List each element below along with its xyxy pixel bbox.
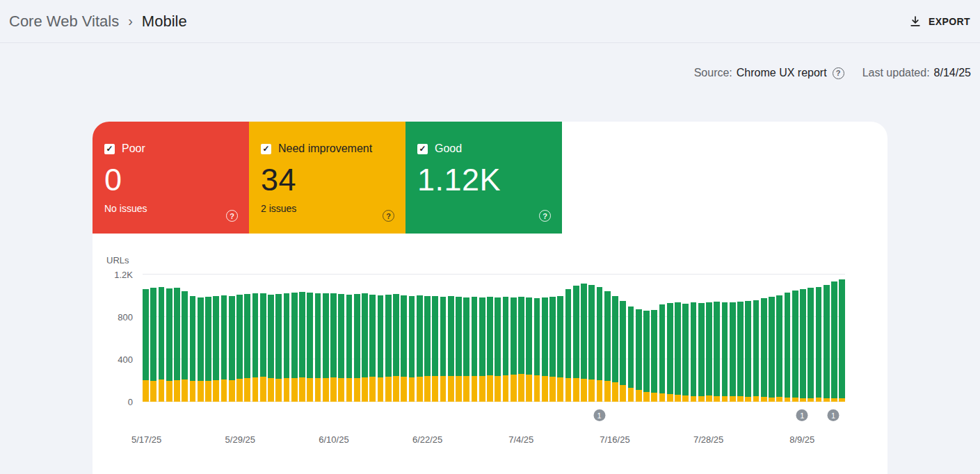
bar-7/21/25[interactable] — [651, 275, 657, 402]
bar-7/31/25[interactable] — [730, 275, 736, 402]
bar-8/11/25[interactable] — [816, 275, 822, 402]
bar-7/5/25[interactable] — [526, 275, 532, 402]
bar-7/1/25[interactable] — [495, 275, 501, 402]
bar-7/22/25[interactable] — [659, 275, 666, 402]
bar-7/26/25[interactable] — [691, 275, 697, 402]
bar-6/29/25[interactable] — [479, 275, 485, 402]
bar-7/18/25[interactable] — [628, 275, 634, 402]
bar-7/9/25[interactable] — [557, 275, 563, 402]
bar-5/22/25[interactable] — [182, 275, 188, 402]
bar-6/10/25[interactable] — [330, 275, 337, 402]
bar-6/19/25[interactable] — [401, 275, 407, 402]
bar-7/3/25[interactable] — [511, 275, 517, 402]
bar-7/4/25[interactable] — [518, 275, 524, 402]
bar-5/23/25[interactable] — [190, 275, 196, 402]
bar-7/2/25[interactable] — [503, 275, 509, 402]
bar-7/20/25[interactable] — [643, 275, 650, 402]
bar-5/17/25[interactable] — [143, 275, 149, 402]
need-improvement-help-icon[interactable]: ? — [383, 210, 394, 222]
bar-5/19/25[interactable] — [159, 275, 165, 402]
bar-5/30/25[interactable] — [244, 275, 250, 402]
bar-7/24/25[interactable] — [675, 275, 681, 402]
bar-6/3/25[interactable] — [275, 275, 282, 402]
bar-8/7/25[interactable] — [785, 275, 791, 402]
bar-8/9/25[interactable] — [800, 275, 806, 402]
bar-7/29/25[interactable] — [714, 275, 720, 402]
bar-6/25/25[interactable] — [448, 275, 454, 402]
bar-6/18/25[interactable] — [393, 275, 399, 402]
breadcrumb-core-web-vitals[interactable]: Core Web Vitals — [9, 13, 119, 31]
bar-6/26/25[interactable] — [456, 275, 462, 402]
bar-6/24/25[interactable] — [440, 275, 447, 402]
bar-7/7/25[interactable] — [542, 275, 548, 402]
bar-6/27/25[interactable] — [463, 275, 469, 402]
bar-6/23/25[interactable] — [432, 275, 438, 402]
bar-6/8/25[interactable] — [315, 275, 321, 402]
bar-6/13/25[interactable] — [354, 275, 360, 402]
need-improvement-checkbox[interactable]: ✓ — [261, 144, 271, 154]
bar-8/8/25[interactable] — [792, 275, 798, 402]
bar-8/3/25[interactable] — [753, 275, 760, 402]
bar-8/2/25[interactable] — [745, 275, 751, 402]
poor-help-icon[interactable]: ? — [226, 210, 238, 222]
bar-7/16/25[interactable] — [612, 275, 618, 402]
bar-7/23/25[interactable] — [667, 275, 673, 402]
bar-7/17/25[interactable] — [620, 275, 626, 402]
bar-7/14/25[interactable] — [597, 275, 603, 402]
good-help-icon[interactable]: ? — [539, 210, 551, 222]
bar-5/29/25[interactable] — [236, 275, 243, 402]
bar-8/6/25[interactable] — [776, 275, 782, 402]
bar-6/28/25[interactable] — [472, 275, 478, 402]
bar-6/20/25[interactable] — [409, 275, 415, 402]
bar-7/12/25[interactable] — [581, 275, 587, 402]
bar-5/28/25[interactable] — [229, 275, 235, 402]
bar-5/20/25[interactable] — [166, 275, 172, 402]
bar-6/9/25[interactable] — [323, 275, 329, 402]
bar-6/17/25[interactable] — [385, 275, 392, 402]
bar-7/30/25[interactable] — [722, 275, 728, 402]
poor-checkbox[interactable]: ✓ — [104, 144, 115, 154]
bar-7/8/25[interactable] — [549, 275, 556, 402]
bar-5/18/25[interactable] — [150, 275, 156, 402]
bar-6/14/25[interactable] — [362, 275, 368, 402]
bar-5/26/25[interactable] — [213, 275, 219, 402]
bar-7/13/25[interactable] — [588, 275, 595, 402]
source-help-icon[interactable]: ? — [833, 67, 844, 79]
bar-8/13/25[interactable] — [831, 275, 837, 402]
bar-6/12/25[interactable] — [346, 275, 353, 402]
bar-7/15/25[interactable] — [604, 275, 611, 402]
export-button[interactable]: EXPORT — [906, 10, 973, 33]
bar-5/25/25[interactable] — [205, 275, 211, 402]
bar-7/19/25[interactable] — [636, 275, 642, 402]
bar-6/7/25[interactable] — [307, 275, 313, 402]
annotation-marker-8/13/25[interactable]: 1 — [828, 409, 840, 421]
good-checkbox[interactable]: ✓ — [417, 144, 428, 154]
bar-6/1/25[interactable] — [260, 275, 266, 402]
bar-8/4/25[interactable] — [761, 275, 767, 402]
annotation-marker-8/9/25[interactable]: 1 — [796, 409, 808, 421]
bar-5/27/25[interactable] — [221, 275, 227, 402]
bar-7/6/25[interactable] — [534, 275, 540, 402]
bar-7/25/25[interactable] — [682, 275, 689, 402]
bar-5/31/25[interactable] — [252, 275, 259, 402]
bar-8/5/25[interactable] — [769, 275, 775, 402]
bar-6/4/25[interactable] — [284, 275, 290, 402]
bar-8/1/25[interactable] — [737, 275, 744, 402]
bar-6/21/25[interactable] — [417, 275, 423, 402]
bar-7/11/25[interactable] — [573, 275, 579, 402]
bar-6/2/25[interactable] — [268, 275, 274, 402]
bar-5/24/25[interactable] — [198, 275, 204, 402]
bar-6/6/25[interactable] — [299, 275, 305, 402]
bar-7/27/25[interactable] — [698, 275, 705, 402]
bar-7/28/25[interactable] — [706, 275, 712, 402]
bar-6/22/25[interactable] — [424, 275, 431, 402]
bar-6/11/25[interactable] — [338, 275, 344, 402]
bar-6/30/25[interactable] — [487, 275, 493, 402]
bar-7/10/25[interactable] — [565, 275, 572, 402]
bar-5/21/25[interactable] — [174, 275, 180, 402]
bar-6/15/25[interactable] — [369, 275, 376, 402]
bar-8/12/25[interactable] — [824, 275, 830, 402]
annotation-marker-7/14/25[interactable]: 1 — [593, 409, 605, 421]
bar-8/10/25[interactable] — [808, 275, 814, 402]
bar-6/5/25[interactable] — [291, 275, 298, 402]
